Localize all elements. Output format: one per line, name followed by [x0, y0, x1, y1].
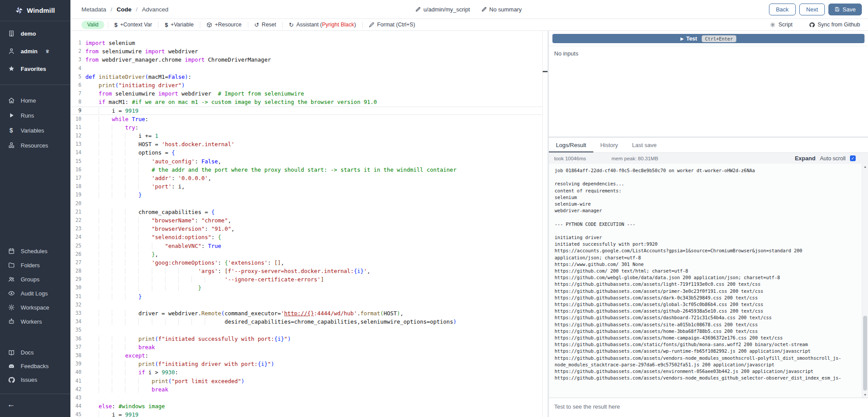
code-line[interactable]: 8 if macM1: #if we are on mac m1 -> cust… — [70, 98, 548, 106]
code-line[interactable]: 30 } — [70, 284, 548, 292]
script-summary[interactable]: No summary — [482, 6, 522, 13]
code-line[interactable]: 27 'goog:chromeOptions': {'extensions': … — [70, 258, 548, 267]
code-line[interactable]: 45 i = 9919 — [70, 410, 548, 417]
code-line[interactable]: 4 — [70, 64, 548, 73]
logo-text: Windmill — [27, 7, 55, 14]
code-line[interactable]: 6 print("initiating driver") — [70, 81, 548, 89]
code-line[interactable]: 7 from seleniumwire import webdriver # I… — [70, 89, 548, 98]
code-line[interactable]: 37 break — [70, 343, 548, 351]
sync-from-github-button[interactable]: Sync from Github — [809, 22, 860, 28]
code-text: 'goog:chromeOptions': {'extensions': [], — [85, 258, 284, 267]
reset-button[interactable]: ↺ Reset — [248, 19, 283, 30]
sidebar-collapse-button[interactable]: ← — [7, 400, 15, 409]
line-number: 25 — [72, 242, 81, 250]
scroll-down-arrow[interactable]: ▼ — [862, 393, 868, 396]
code-line[interactable]: 1import selenium — [70, 39, 548, 47]
add-context-var-button[interactable]: $ +Context Var — [108, 19, 158, 30]
code-line[interactable]: 31 } — [70, 292, 548, 301]
line-number: 19 — [72, 191, 81, 199]
sidebar-item-workers[interactable]: Workers — [0, 314, 70, 328]
code-line[interactable]: 44 else: #windows image — [70, 402, 548, 410]
code-line[interactable]: 36 print(f"initiated successfully with p… — [70, 335, 548, 343]
script-kind-button[interactable]: Script — [770, 22, 792, 28]
sidebar-item-docs[interactable]: Docs — [0, 346, 70, 359]
log-scrollbar[interactable]: ▲ ▼ — [862, 164, 868, 398]
sidebar-item-audit-logs[interactable]: Audit Logs — [0, 286, 70, 300]
code-line[interactable]: 10 while True: — [70, 115, 548, 123]
code-line[interactable]: 17 'addr': '0.0.0.0', — [70, 174, 548, 182]
tab-last-save[interactable]: Last save — [625, 138, 664, 152]
assistant-engine-label: Pyright Black — [322, 22, 354, 28]
code-line[interactable]: 22 "browserName": "chrome", — [70, 216, 548, 225]
code-editor[interactable]: 1import selenium2from seleniumwire impor… — [70, 31, 548, 417]
code-line[interactable]: 33 driver = webdriver.Remote(command_exe… — [70, 309, 548, 317]
tab-metadata[interactable]: Metadata — [81, 6, 106, 13]
sidebar-item-variables[interactable]: $Variables — [0, 123, 70, 138]
sidebar-item-favorites[interactable]: Favorites — [0, 60, 70, 77]
code-line[interactable]: 14 options = { — [70, 148, 548, 157]
assistant-button[interactable]: ↻ Assistant (Pyright Black) — [283, 19, 362, 30]
code-line[interactable]: 39 print(f"initiating driver with port:{… — [70, 360, 548, 368]
add-variable-button[interactable]: $ +Variable — [158, 19, 199, 30]
code-line[interactable]: 41 print("port limit exceeded") — [70, 377, 548, 385]
code-line[interactable]: 11 try: — [70, 123, 548, 132]
code-line[interactable]: 25 "enableVNC": True — [70, 242, 548, 250]
code-line[interactable]: 9 i = 9919 — [70, 107, 548, 115]
windmill-logo[interactable]: Windmill — [0, 0, 70, 21]
code-line[interactable]: 34 desired_capabilities=chrome_capabilit… — [70, 317, 548, 326]
save-button[interactable]: Save — [828, 4, 862, 15]
sidebar-item-label: Docs — [21, 349, 34, 356]
sidebar-item-schedules[interactable]: Schedules — [0, 244, 70, 258]
sidebar-item-admin[interactable]: admin♛ — [0, 42, 70, 60]
expand-button[interactable]: Expand — [795, 155, 816, 162]
code-line[interactable]: 23 "browserVersion": "91.0", — [70, 225, 548, 233]
line-number: 42 — [72, 385, 81, 394]
code-line[interactable]: 28 'args': [f'--proxy-server=host.docker… — [70, 267, 548, 275]
code-line[interactable]: 24 "selenoid:options": { — [70, 233, 548, 241]
code-line[interactable]: 3from webdriver_manager.chrome import Ch… — [70, 55, 548, 64]
code-line[interactable]: 26 }, — [70, 250, 548, 258]
tab-history[interactable]: History — [593, 138, 625, 152]
code-line[interactable]: 42 break — [70, 385, 548, 394]
code-line[interactable]: 13 HOST = 'host.docker.internal' — [70, 140, 548, 148]
sidebar-item-home[interactable]: Home — [0, 93, 70, 108]
editor-scrollbar[interactable] — [542, 31, 548, 417]
line-number: 7 — [72, 89, 81, 98]
log-area[interactable]: job 01864aff-22dd-cf40-f0c5-0ec8e9b50c70… — [549, 164, 868, 398]
tab-code[interactable]: Code — [117, 6, 132, 13]
code-line[interactable]: 16 # the addr and the port where the pro… — [70, 166, 548, 174]
code-line[interactable]: 2from seleniumwire import webdriver — [70, 47, 548, 55]
tab-logs-result[interactable]: Logs/Result — [549, 138, 593, 152]
code-line[interactable]: 38 except: — [70, 351, 548, 360]
test-button[interactable]: ▶ Test Ctrl+Enter — [552, 34, 864, 43]
sidebar-item-issues[interactable]: Issues — [0, 373, 70, 387]
sidebar-item-workspace[interactable]: Workspace — [0, 300, 70, 314]
code-line[interactable]: 32 — [70, 301, 548, 309]
code-line[interactable]: 18 'port': i, — [70, 182, 548, 191]
scroll-up-arrow[interactable]: ▲ — [862, 165, 868, 168]
code-line[interactable]: 29 '--ignore-certificate-errors'] — [70, 275, 548, 284]
scrollbar-thumb[interactable] — [863, 316, 867, 391]
sidebar-item-runs[interactable]: Runs — [0, 108, 70, 123]
code-line[interactable]: 40 if i > 9930: — [70, 368, 548, 376]
tab-advanced[interactable]: Advanced — [142, 6, 169, 13]
sidebar-item-resources[interactable]: Resources — [0, 138, 70, 153]
code-line[interactable]: 5def initiateDriver(macM1=False): — [70, 73, 548, 81]
autoscroll-checkbox[interactable]: ✓ — [850, 155, 856, 161]
sidebar-item-groups[interactable]: Groups — [0, 272, 70, 286]
code-line[interactable]: 21 chrome_capabilities = { — [70, 208, 548, 216]
sidebar-item-demo[interactable]: demo — [0, 25, 70, 42]
code-line[interactable]: 20 — [70, 199, 548, 208]
script-path[interactable]: u/admin/my_script — [416, 6, 470, 13]
code-line[interactable]: 12 i += 1 — [70, 132, 548, 140]
format-button[interactable]: Format (Ctrl+S) — [363, 19, 421, 30]
add-resource-button[interactable]: +Resource — [200, 19, 248, 30]
next-button[interactable]: Next — [799, 4, 825, 15]
code-line[interactable]: 15 'auto_config': False, — [70, 157, 548, 166]
code-line[interactable]: 19 } — [70, 191, 548, 199]
sidebar-item-folders[interactable]: Folders — [0, 258, 70, 272]
code-line[interactable]: 35 — [70, 326, 548, 334]
back-button[interactable]: Back — [769, 4, 796, 15]
code-line[interactable]: 43 — [70, 394, 548, 402]
sidebar-item-feedbacks[interactable]: Feedbacks — [0, 359, 70, 373]
